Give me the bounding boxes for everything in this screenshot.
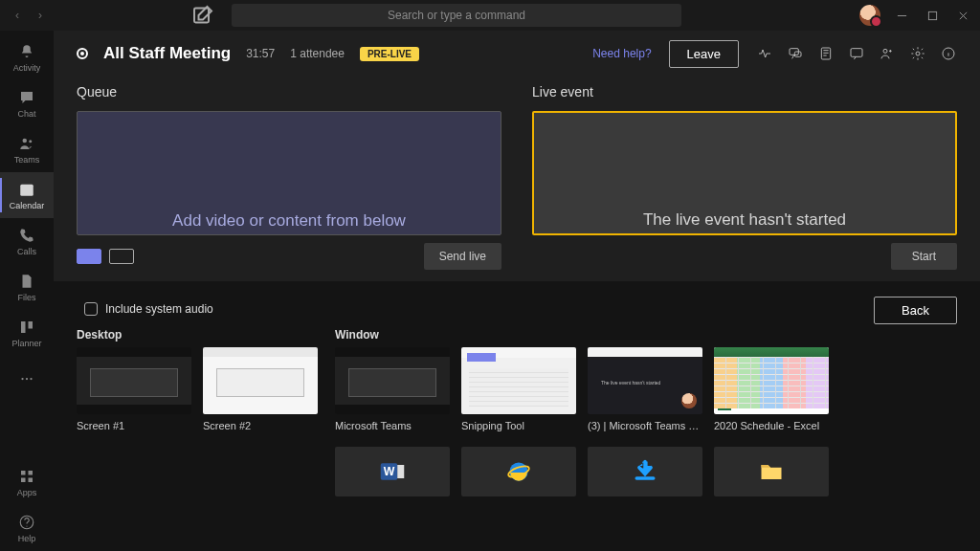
svg-marker-27 bbox=[637, 469, 653, 477]
titlebar: ‹ › Search or type a command bbox=[0, 0, 980, 31]
thumb-label: Microsoft Teams bbox=[335, 420, 450, 431]
queue-dropzone[interactable]: Add video or content from below bbox=[77, 111, 501, 235]
health-icon[interactable] bbox=[756, 45, 773, 62]
rail-teams[interactable]: Teams bbox=[0, 126, 54, 172]
rail-label: Calendar bbox=[10, 201, 45, 210]
share-tray: Include system audio Back Desktop Screen… bbox=[54, 281, 980, 551]
need-help-link[interactable]: Need help? bbox=[592, 47, 651, 60]
bell-icon bbox=[17, 42, 36, 61]
download-icon bbox=[632, 458, 658, 485]
share-window-snip[interactable]: Snipping Tool bbox=[461, 347, 576, 431]
layout-split[interactable] bbox=[109, 249, 134, 264]
settings-icon[interactable] bbox=[909, 45, 926, 62]
window-maximize[interactable] bbox=[923, 6, 942, 25]
thumbnail bbox=[588, 347, 702, 414]
qna-icon[interactable] bbox=[787, 45, 804, 62]
svg-point-3 bbox=[29, 140, 32, 143]
thumbnail bbox=[203, 347, 318, 414]
info-icon[interactable] bbox=[940, 45, 957, 62]
window-close[interactable] bbox=[953, 6, 972, 25]
svg-point-7 bbox=[21, 378, 23, 380]
rail-chat[interactable]: Chat bbox=[0, 80, 54, 126]
share-window-teams[interactable]: Microsoft Teams bbox=[335, 347, 450, 431]
rail-label: Files bbox=[17, 293, 35, 302]
share-window-excel[interactable]: X 2020 Schedule - Excel bbox=[714, 347, 829, 431]
queue-title: Queue bbox=[77, 84, 501, 99]
share-window-teams-web[interactable]: (3) | Microsoft Teams - W... bbox=[588, 347, 702, 431]
word-icon: W bbox=[379, 458, 406, 485]
share-app-explorer[interactable] bbox=[714, 447, 829, 496]
svg-point-2 bbox=[23, 139, 28, 143]
svg-rect-12 bbox=[21, 478, 26, 483]
rail-label: Teams bbox=[14, 155, 40, 165]
thumb-label: Snipping Tool bbox=[461, 420, 576, 431]
rail-apps[interactable]: Apps bbox=[0, 459, 54, 505]
nav-back[interactable]: ‹ bbox=[8, 6, 27, 25]
share-app-download[interactable] bbox=[588, 447, 702, 496]
rail-files[interactable]: Files bbox=[0, 264, 54, 310]
include-audio-label: Include system audio bbox=[105, 302, 213, 316]
meeting-timer: 31:57 bbox=[246, 47, 275, 60]
thumbnail: X bbox=[714, 347, 829, 414]
notes-icon[interactable] bbox=[817, 45, 835, 62]
send-live-button[interactable]: Send live bbox=[424, 243, 501, 270]
rail-calendar[interactable]: Calendar bbox=[0, 172, 54, 218]
rail-calls[interactable]: Calls bbox=[0, 218, 54, 264]
search-input[interactable]: Search or type a command bbox=[232, 4, 681, 27]
rail-activity[interactable]: Activity bbox=[0, 34, 54, 80]
svg-rect-1 bbox=[928, 11, 936, 19]
thumb-label: 2020 Schedule - Excel bbox=[714, 420, 829, 431]
apps-icon bbox=[17, 467, 36, 486]
thumb-label: (3) | Microsoft Teams - W... bbox=[588, 420, 702, 431]
back-button[interactable]: Back bbox=[874, 297, 957, 324]
thumb-label: Screen #2 bbox=[203, 420, 318, 431]
rail-label: Calls bbox=[17, 247, 36, 256]
app-rail: Activity Chat Teams Calendar Calls Files… bbox=[0, 31, 54, 551]
avatar[interactable] bbox=[859, 5, 880, 26]
rail-label: Apps bbox=[17, 488, 37, 497]
people-icon[interactable] bbox=[879, 45, 896, 62]
rail-planner[interactable]: Planner bbox=[0, 310, 54, 356]
search-placeholder: Search or type a command bbox=[388, 9, 525, 22]
recording-indicator-icon bbox=[77, 48, 88, 59]
share-app-word[interactable]: W bbox=[335, 447, 450, 496]
share-app-ie[interactable] bbox=[461, 447, 576, 496]
ie-icon bbox=[505, 458, 532, 485]
share-screen-1[interactable]: Screen #1 bbox=[77, 347, 191, 431]
folder-icon bbox=[758, 458, 785, 485]
svg-rect-6 bbox=[29, 321, 33, 329]
rail-help[interactable]: Help bbox=[0, 505, 54, 551]
svg-text:W: W bbox=[384, 465, 395, 478]
compose-icon[interactable] bbox=[191, 4, 214, 27]
nav-forward[interactable]: › bbox=[31, 6, 50, 25]
rail-label: Planner bbox=[11, 339, 41, 348]
live-title: Live event bbox=[532, 84, 957, 99]
files-icon bbox=[17, 272, 36, 291]
thumbnail bbox=[461, 347, 576, 414]
window-minimize[interactable] bbox=[892, 6, 911, 25]
svg-rect-18 bbox=[851, 49, 862, 57]
thumbnail bbox=[335, 347, 450, 414]
meeting-header: All Staff Meeting 31:57 1 attendee PRE-L… bbox=[54, 31, 980, 77]
include-audio-checkbox[interactable]: Include system audio bbox=[84, 302, 213, 316]
help-icon bbox=[17, 513, 36, 532]
leave-button[interactable]: Leave bbox=[669, 40, 739, 68]
share-screen-2[interactable]: Screen #2 bbox=[203, 347, 318, 431]
chat-icon bbox=[17, 88, 36, 107]
svg-rect-11 bbox=[29, 471, 33, 475]
svg-rect-16 bbox=[794, 52, 801, 56]
svg-point-19 bbox=[883, 49, 887, 53]
thumbnail bbox=[77, 347, 191, 414]
more-icon bbox=[17, 369, 36, 388]
chat-panel-icon[interactable] bbox=[848, 45, 865, 62]
rail-label: Activity bbox=[13, 63, 41, 73]
svg-point-20 bbox=[916, 52, 920, 55]
thumb-label: Screen #1 bbox=[77, 420, 191, 431]
svg-rect-13 bbox=[29, 478, 33, 483]
layout-single[interactable] bbox=[77, 249, 101, 264]
svg-point-9 bbox=[30, 378, 32, 380]
start-button[interactable]: Start bbox=[891, 243, 957, 270]
live-preview: The live event hasn't started bbox=[532, 111, 957, 235]
rail-label: Help bbox=[18, 534, 36, 543]
rail-more[interactable] bbox=[0, 356, 54, 402]
